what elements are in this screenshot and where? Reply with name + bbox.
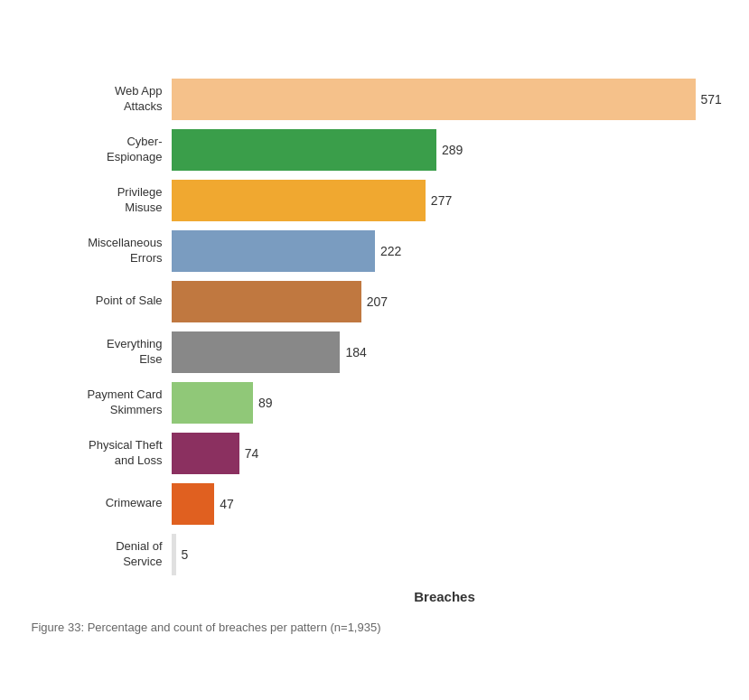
bar-row: Crimeware47 [32,481,718,527]
bar-track: 47 [172,481,718,527]
bar [172,230,375,272]
bar [172,382,253,424]
bar [172,281,361,322]
bar-value: 184 [345,345,366,359]
bar-label: PrivilegeMisuse [32,185,172,216]
bar-label: Payment CardSkimmers [32,387,172,418]
bar-row: Payment CardSkimmers89 [32,379,718,426]
bar-label: Physical Theftand Loss [32,438,172,469]
bar [172,433,239,474]
bar-label: Cyber-Espionage [32,135,172,165]
bar-row: Cyber-Espionage289 [32,126,718,173]
bar [172,483,215,525]
bar-track: 5 [172,531,718,578]
bar-value: 5 [182,547,189,562]
bar-row: Point of Sale207 [32,278,718,325]
bar-track: 207 [172,278,718,325]
bar [172,331,341,373]
bar-track: 74 [172,430,718,477]
bar-label: MiscellaneousErrors [32,236,172,266]
bar [172,534,176,575]
bar-track: 277 [172,177,718,224]
bar-row: EverythingElse184 [32,329,718,376]
bar-value: 47 [220,497,234,511]
bar-value: 89 [258,396,273,410]
bar-value: 222 [380,244,401,258]
chart-wrapper: Web AppAttacks571Cyber-Espionage289Privi… [32,76,718,604]
bar-track: 89 [172,379,718,426]
bar-value: 571 [701,92,722,107]
bar-row: Web AppAttacks571 [32,76,718,123]
bar-row: MiscellaneousErrors222 [32,228,718,275]
bar-label: Web AppAttacks [32,84,172,115]
bar [172,79,696,120]
bar-value: 74 [245,446,259,461]
bar-track: 184 [172,329,718,376]
chart-area: Web AppAttacks571Cyber-Espionage289Privi… [32,76,718,582]
bar-value: 289 [442,143,463,157]
bar-value: 277 [431,193,452,208]
bar-row: PrivilegeMisuse277 [32,177,718,224]
x-axis-label: Breaches [172,589,718,604]
bar-label: Denial ofService [32,539,172,570]
bar-label: Point of Sale [32,294,172,309]
bar-label: EverythingElse [32,337,172,368]
bar [172,129,437,171]
bar-track: 222 [172,228,718,275]
chart-container: Web AppAttacks571Cyber-Espionage289Privi… [23,58,727,643]
bar [172,180,426,221]
bar-row: Physical Theftand Loss74 [32,430,718,477]
bar-label: Crimeware [32,496,172,511]
bar-value: 207 [367,294,388,309]
figure-caption: Figure 33: Percentage and count of breac… [32,621,718,634]
bar-track: 571 [172,76,722,123]
bar-row: Denial ofService5 [32,531,718,578]
bar-track: 289 [172,126,718,173]
